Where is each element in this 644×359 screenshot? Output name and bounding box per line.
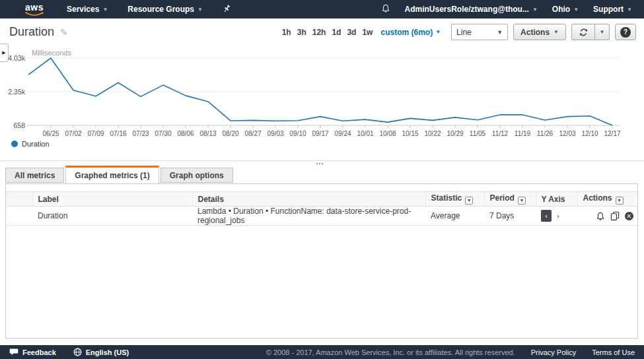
- column-menu-icon[interactable]: ▼: [465, 197, 473, 205]
- drag-handle-icon[interactable]: [316, 163, 323, 164]
- actions-button[interactable]: Actions▼: [513, 24, 566, 40]
- x-tick-label: 07/23: [129, 130, 152, 137]
- chevron-down-icon: ▼: [435, 29, 441, 35]
- x-tick-label: 12/03: [556, 130, 579, 137]
- graph-title-row: Duration ✎: [9, 25, 68, 39]
- legend-color-dot: [11, 141, 18, 147]
- metric-line-chart[interactable]: [0, 46, 624, 135]
- x-tick-label: 10/08: [376, 130, 399, 137]
- y-tick-label: 4.03k: [0, 54, 25, 62]
- footer: Feedback English (US) © 2008 - 2017, Ama…: [0, 345, 644, 359]
- terms-of-use-link[interactable]: Terms of Use: [592, 348, 635, 356]
- column-header-yaxis: Y Axis: [536, 192, 577, 207]
- nav-support-menu[interactable]: Support▼: [593, 5, 632, 14]
- copyright-text: © 2008 - 2017, Amazon Web Services, Inc.…: [266, 348, 515, 356]
- privacy-policy-link[interactable]: Privacy Policy: [531, 348, 576, 356]
- column-menu-icon[interactable]: ▼: [518, 197, 526, 205]
- x-tick-label: 10/15: [399, 130, 421, 137]
- metrics-tabs: All metrics Graphed metrics (1) Graph op…: [5, 166, 233, 183]
- legend-item-duration[interactable]: Duration: [11, 140, 50, 148]
- x-tick-label: 09/10: [287, 130, 309, 137]
- column-header-details: Details: [192, 192, 425, 207]
- x-tick-label: 09/24: [332, 130, 354, 137]
- nav-services-menu[interactable]: Services▼: [67, 5, 108, 14]
- aws-logo-text: aws: [25, 3, 44, 12]
- refresh-button[interactable]: [571, 24, 595, 40]
- x-tick-label: 07/09: [85, 130, 107, 137]
- x-tick-label: 11/05: [466, 130, 489, 137]
- language-selector[interactable]: English (US): [73, 348, 129, 356]
- create-alarm-bell-icon[interactable]: [596, 211, 605, 221]
- time-range-links: 1h 3h 12h 1d 3d 1w: [282, 28, 373, 37]
- graph-controls: 1h 3h 12h 1d 3d 1w custom (6mo)▼ Line▼ A…: [282, 24, 636, 40]
- time-range-1w[interactable]: 1w: [362, 28, 373, 37]
- time-range-1h[interactable]: 1h: [282, 28, 291, 37]
- aws-logo[interactable]: aws: [25, 3, 44, 16]
- edit-title-pencil-icon[interactable]: ✎: [60, 27, 68, 38]
- row-actions: [583, 211, 637, 221]
- duplicate-copy-icon[interactable]: [610, 211, 620, 220]
- metric-period-cell[interactable]: 7 Days: [484, 207, 536, 226]
- chevron-down-icon: ▼: [497, 29, 503, 36]
- chevron-down-icon: ▼: [627, 7, 632, 13]
- cloudwatch-metrics-page: aws Services▼ Resource Groups▼: [0, 0, 644, 359]
- chevron-down-icon: ▼: [197, 7, 203, 13]
- metric-statistic-cell[interactable]: Average: [425, 207, 484, 226]
- x-tick-label: 10/22: [421, 130, 444, 137]
- x-tick-label: 11/19: [511, 130, 534, 137]
- x-tick-label: 10/01: [354, 130, 376, 137]
- y-tick-label: 2.35k: [0, 88, 25, 96]
- yaxis-right-button[interactable]: ›: [557, 212, 559, 220]
- chevron-down-icon: ▼: [573, 7, 579, 13]
- time-range-3d[interactable]: 3d: [347, 28, 356, 37]
- table-header-row: Label Details Statistic▼ Period▼ Y Axis …: [6, 192, 637, 207]
- chevron-down-icon: ▼: [600, 29, 605, 35]
- column-header-label: Label: [32, 192, 192, 207]
- tab-all-metrics[interactable]: All metrics: [5, 168, 64, 183]
- graph-title: Duration: [9, 25, 54, 39]
- refresh-icon: [579, 28, 589, 37]
- table-row: Duration Lambda • Duration • FunctionNam…: [6, 207, 637, 226]
- chart-type-select[interactable]: Line▼: [451, 24, 508, 40]
- column-header-statistic: Statistic▼: [425, 192, 484, 207]
- nav-region-menu[interactable]: Ohio▼: [552, 5, 579, 14]
- yaxis-left-button[interactable]: ‹: [541, 210, 552, 222]
- speech-bubble-icon: [9, 348, 18, 356]
- metric-details-cell: Lambda • Duration • FunctionName: data-s…: [192, 207, 425, 226]
- x-tick-label: 09/17: [309, 130, 332, 137]
- metric-label-cell[interactable]: Duration: [32, 207, 192, 226]
- nav-right-group: AdminUsersRole/ztwang@thou...▼ Ohio▼ Sup…: [381, 3, 632, 15]
- globe-icon: [73, 348, 82, 356]
- refresh-options-button[interactable]: ▼: [595, 24, 610, 40]
- help-button[interactable]: ?: [615, 24, 636, 40]
- x-tick-label: 12/17: [601, 130, 624, 137]
- tab-graph-options[interactable]: Graph options: [161, 168, 233, 183]
- x-tick-label: 09/03: [264, 130, 287, 137]
- pin-icon[interactable]: [223, 5, 231, 14]
- chevron-down-icon: ▼: [532, 7, 538, 13]
- column-header-period: Period▼: [484, 192, 536, 207]
- remove-metric-icon[interactable]: [625, 212, 633, 220]
- x-tick-label: 08/20: [219, 130, 242, 137]
- chevron-down-icon: ▼: [102, 7, 108, 13]
- notifications-bell-icon[interactable]: [381, 3, 390, 15]
- x-tick-label: 11/26: [534, 130, 556, 137]
- refresh-button-group: ▼: [571, 24, 610, 40]
- x-tick-label: 12/10: [579, 130, 601, 137]
- x-tick-label: 08/06: [174, 130, 197, 137]
- column-header-actions: Actions▼: [577, 192, 637, 207]
- feedback-button[interactable]: Feedback: [9, 348, 56, 356]
- time-range-1d[interactable]: 1d: [332, 28, 341, 37]
- x-tick-label: 08/27: [242, 130, 264, 137]
- question-mark-icon: ?: [620, 27, 631, 38]
- column-menu-icon[interactable]: ▼: [616, 197, 624, 205]
- time-range-3h[interactable]: 3h: [297, 28, 306, 37]
- time-range-12h[interactable]: 12h: [312, 28, 326, 37]
- aws-smile-icon: [25, 12, 44, 16]
- tab-graphed-metrics[interactable]: Graphed metrics (1): [65, 166, 159, 183]
- custom-range-dropdown[interactable]: custom (6mo)▼: [380, 28, 441, 37]
- chevron-down-icon: ▼: [554, 29, 559, 35]
- nav-resource-groups-menu[interactable]: Resource Groups▼: [127, 5, 203, 14]
- nav-account-menu[interactable]: AdminUsersRole/ztwang@thou...▼: [405, 5, 538, 14]
- top-nav: aws Services▼ Resource Groups▼: [0, 0, 644, 18]
